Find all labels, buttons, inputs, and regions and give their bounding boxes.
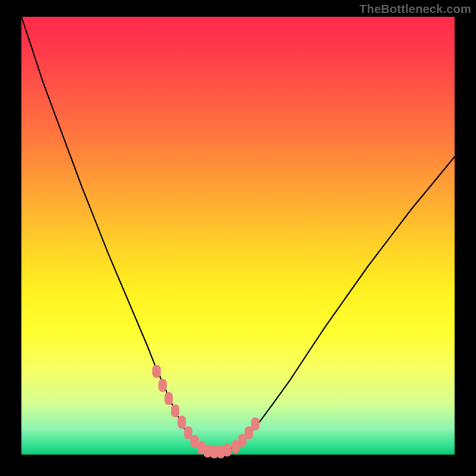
bottleneck-curve — [21, 17, 455, 452]
highlight-dot — [251, 418, 259, 431]
chart-svg — [21, 17, 455, 455]
highlight-dot — [165, 392, 173, 405]
marker-group — [152, 365, 259, 458]
highlight-dot — [223, 444, 231, 457]
watermark-text: TheBottleneck.com — [359, 2, 471, 16]
highlight-dot — [158, 379, 167, 392]
highlight-dot — [152, 365, 161, 378]
outer-frame: TheBottleneck.com — [0, 0, 476, 476]
highlight-dot — [177, 416, 186, 429]
highlight-dot — [171, 404, 179, 417]
